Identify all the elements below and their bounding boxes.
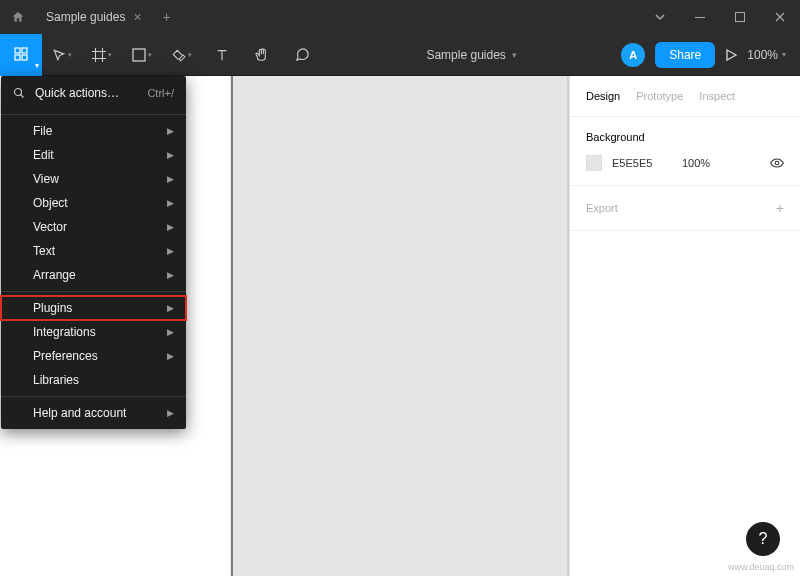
- background-opacity[interactable]: 100%: [682, 157, 722, 169]
- submenu-arrow-icon: ▶: [167, 198, 174, 208]
- main-menu-dropdown: Quick actions… Ctrl+/ File▶Edit▶View▶Obj…: [1, 76, 186, 429]
- menu-item-file[interactable]: File▶: [1, 119, 186, 143]
- menu-separator: [1, 291, 186, 292]
- help-button[interactable]: ?: [746, 522, 780, 556]
- chevron-down-icon: ▾: [512, 50, 517, 60]
- search-icon: [13, 87, 25, 99]
- avatar[interactable]: A: [621, 43, 645, 67]
- menu-item-label: Object: [33, 196, 68, 210]
- share-button[interactable]: Share: [655, 42, 715, 68]
- submenu-arrow-icon: ▶: [167, 351, 174, 361]
- close-tab-icon[interactable]: ×: [133, 9, 141, 25]
- new-tab-button[interactable]: +: [152, 9, 182, 25]
- menu-item-label: Integrations: [33, 325, 96, 339]
- svg-rect-1: [736, 13, 745, 22]
- chevron-down-icon: ▾: [35, 61, 39, 70]
- submenu-arrow-icon: ▶: [167, 222, 174, 232]
- menu-item-label: File: [33, 124, 52, 138]
- window-close-button[interactable]: [760, 0, 800, 34]
- svg-rect-2: [15, 48, 20, 53]
- menu-item-object[interactable]: Object▶: [1, 191, 186, 215]
- hand-tool[interactable]: [242, 34, 282, 76]
- svg-rect-6: [133, 49, 145, 61]
- frame-tool[interactable]: ▾: [82, 34, 122, 76]
- menu-item-label: Preferences: [33, 349, 98, 363]
- main-menu-button[interactable]: ▾: [0, 34, 42, 76]
- comment-tool[interactable]: [282, 34, 322, 76]
- shape-tool[interactable]: ▾: [122, 34, 162, 76]
- menu-item-label: Plugins: [33, 301, 72, 315]
- quick-actions-item[interactable]: Quick actions… Ctrl+/: [1, 76, 186, 110]
- submenu-arrow-icon: ▶: [167, 408, 174, 418]
- present-button[interactable]: [725, 48, 737, 62]
- menu-item-preferences[interactable]: Preferences▶: [1, 344, 186, 368]
- menu-item-text[interactable]: Text▶: [1, 239, 186, 263]
- tab-prototype[interactable]: Prototype: [636, 90, 683, 102]
- submenu-arrow-icon: ▶: [167, 126, 174, 136]
- tab-inspect[interactable]: Inspect: [699, 90, 734, 102]
- menu-item-libraries[interactable]: Libraries: [1, 368, 186, 392]
- submenu-arrow-icon: ▶: [167, 150, 174, 160]
- menu-item-arrange[interactable]: Arrange▶: [1, 263, 186, 287]
- submenu-arrow-icon: ▶: [167, 270, 174, 280]
- visibility-toggle-icon[interactable]: [770, 156, 784, 170]
- menu-item-view[interactable]: View▶: [1, 167, 186, 191]
- shortcut-label: Ctrl+/: [147, 87, 174, 99]
- menu-item-label: Arrange: [33, 268, 76, 282]
- tab-design[interactable]: Design: [586, 90, 620, 102]
- export-section: Export +: [570, 186, 800, 231]
- export-title: Export: [586, 202, 618, 214]
- menu-item-integrations[interactable]: Integrations▶: [1, 320, 186, 344]
- window-minimize-button[interactable]: [680, 0, 720, 34]
- window-tab[interactable]: Sample guides ×: [36, 0, 152, 34]
- menu-separator: [1, 114, 186, 115]
- titlebar: Sample guides × +: [0, 0, 800, 34]
- right-panel: Design Prototype Inspect Background E5E5…: [569, 76, 800, 576]
- canvas[interactable]: [231, 76, 569, 576]
- add-export-button[interactable]: +: [776, 200, 784, 216]
- svg-rect-0: [695, 17, 705, 18]
- tab-title: Sample guides: [46, 10, 125, 24]
- chevron-down-icon: ▾: [782, 50, 786, 59]
- menu-item-label: Vector: [33, 220, 67, 234]
- menu-separator: [1, 396, 186, 397]
- submenu-arrow-icon: ▶: [167, 174, 174, 184]
- background-hex[interactable]: E5E5E5: [612, 157, 672, 169]
- toolbar: ▾ ▾ ▾ ▾ ▾ Sample guides ▾ A Share 100% ▾: [0, 34, 800, 76]
- background-swatch[interactable]: [586, 155, 602, 171]
- svg-rect-3: [22, 48, 27, 53]
- svg-point-7: [775, 161, 779, 165]
- background-section: Background E5E5E5 100%: [570, 117, 800, 186]
- document-title[interactable]: Sample guides ▾: [322, 48, 621, 62]
- move-tool[interactable]: ▾: [42, 34, 82, 76]
- submenu-arrow-icon: ▶: [167, 303, 174, 313]
- home-icon[interactable]: [0, 10, 36, 24]
- svg-point-8: [15, 89, 22, 96]
- menu-item-label: Edit: [33, 148, 54, 162]
- text-tool[interactable]: [202, 34, 242, 76]
- menu-item-label: Libraries: [33, 373, 79, 387]
- submenu-arrow-icon: ▶: [167, 246, 174, 256]
- watermark: www.deuaq.com: [728, 562, 794, 572]
- right-panel-tabs: Design Prototype Inspect: [570, 76, 800, 117]
- window-dropdown-icon[interactable]: [640, 0, 680, 34]
- menu-item-help-and-account[interactable]: Help and account▶: [1, 401, 186, 425]
- pen-tool[interactable]: ▾: [162, 34, 202, 76]
- background-title: Background: [586, 131, 784, 143]
- menu-item-label: View: [33, 172, 59, 186]
- menu-item-vector[interactable]: Vector▶: [1, 215, 186, 239]
- menu-item-label: Text: [33, 244, 55, 258]
- menu-item-edit[interactable]: Edit▶: [1, 143, 186, 167]
- window-maximize-button[interactable]: [720, 0, 760, 34]
- svg-rect-4: [15, 55, 20, 60]
- svg-rect-5: [22, 55, 27, 60]
- submenu-arrow-icon: ▶: [167, 327, 174, 337]
- menu-item-label: Help and account: [33, 406, 126, 420]
- zoom-control[interactable]: 100% ▾: [747, 48, 786, 62]
- menu-item-plugins[interactable]: Plugins▶: [1, 296, 186, 320]
